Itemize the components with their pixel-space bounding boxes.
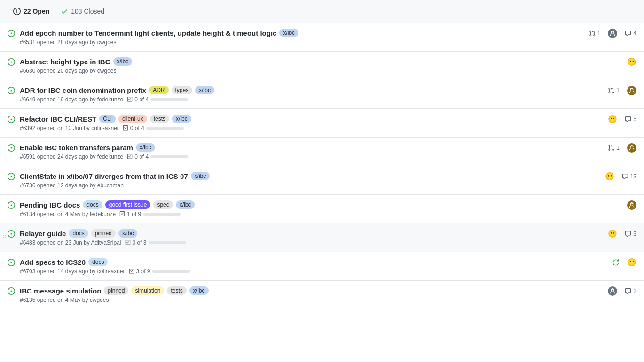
issue-label[interactable]: x/ibc (189, 286, 209, 295)
pr-count: 1 (608, 87, 620, 94)
issue-title[interactable]: Relayer guide (20, 230, 66, 238)
open-count: 22 Open (24, 8, 49, 15)
issue-open-icon (8, 287, 15, 297)
issue-label[interactable]: x/ibc (136, 143, 155, 152)
issue-label[interactable]: x/ibc (172, 115, 191, 123)
issue-open-icon (8, 173, 15, 182)
issue-right: 😶 13 (605, 172, 636, 181)
issue-item: Abstract height type in IBC x/ibc #6630 … (0, 52, 644, 80)
open-issues-tab[interactable]: 22 Open (8, 5, 55, 18)
issue-label[interactable]: CLI (99, 115, 116, 123)
issue-label[interactable]: x/ibc (118, 229, 138, 238)
issue-content: Relayer guide docspinnedx/ibc #6483 open… (20, 229, 600, 246)
pr-number: 1 (597, 30, 601, 37)
issue-label[interactable]: tests (150, 115, 169, 123)
issue-label[interactable]: good first issue (105, 200, 151, 209)
progress-text: 3 of 9 (136, 268, 150, 275)
issue-number-meta: #6591 opened 24 days ago by fedekunze (20, 154, 123, 160)
checklist-icon (129, 269, 134, 274)
checklist-icon (125, 240, 131, 246)
issue-meta: #6591 opened 24 days ago by fedekunze 0 … (20, 154, 600, 160)
issue-number-meta: #6630 opened 20 days ago by cwgoes (20, 68, 117, 74)
reaction-emoji: 😶 (608, 115, 617, 123)
progress-text: 1 of 9 (127, 211, 141, 217)
comment-number: 3 (633, 231, 636, 237)
pr-number: 1 (616, 87, 620, 94)
progress-container: 0 of 4 (127, 96, 188, 103)
issue-label[interactable]: x/ibc (113, 57, 133, 66)
issue-content: Abstract height type in IBC x/ibc #6630 … (20, 57, 620, 74)
progress-bar (149, 241, 186, 244)
progress-container: 0 of 4 (123, 125, 184, 131)
issue-item: Add epoch number to Tendermint light cli… (0, 23, 644, 52)
issue-label[interactable]: pinned (104, 286, 128, 295)
progress-text: 0 of 4 (134, 154, 149, 160)
issue-open-icon (8, 201, 15, 211)
comment-number: 2 (633, 288, 636, 294)
open-icon (13, 8, 21, 15)
issue-right (627, 200, 636, 210)
issue-title-line: Refactor IBC CLI/REST CLIclient-uxtestsx… (20, 115, 600, 123)
closed-issues-tab[interactable]: 103 Closed (55, 5, 110, 18)
issue-content: ClientState in x/ibc/07 diverges from th… (20, 172, 597, 189)
comment-number: 4 (633, 30, 636, 37)
issue-content: Pending IBC docs docsgood first issuespe… (20, 200, 620, 217)
issue-title[interactable]: ClientState in x/ibc/07 diverges from th… (20, 172, 188, 180)
issue-label[interactable]: simulation (131, 286, 164, 295)
issue-list: Add epoch number to Tendermint light cli… (0, 23, 644, 309)
issue-label[interactable]: x/ibc (176, 200, 195, 209)
refresh-icon (612, 259, 620, 266)
issue-title[interactable]: Abstract height type in IBC (20, 58, 110, 66)
comment-number: 13 (630, 173, 636, 180)
issue-title-line: ADR for IBC coin denomination prefix ADR… (20, 86, 600, 94)
issue-title[interactable]: Refactor IBC CLI/REST (20, 115, 96, 123)
issue-title-line: Enable IBC token transfers param x/ibc (20, 143, 600, 152)
avatar (627, 143, 636, 153)
checklist-icon (123, 125, 128, 131)
comment-count: 3 (625, 231, 636, 237)
issue-title[interactable]: ADR for IBC coin denomination prefix (20, 86, 146, 94)
issue-meta: #6630 opened 20 days ago by cwgoes (20, 68, 620, 74)
issue-title[interactable]: Add epoch number to Tendermint light cli… (20, 29, 276, 37)
pr-count: 1 (608, 145, 620, 151)
issue-number-meta: #6134 opened on 4 May by fedekunze (20, 211, 116, 217)
issue-title[interactable]: Pending IBC docs (20, 201, 80, 209)
issue-title[interactable]: Add specs to ICS20 (20, 258, 86, 266)
pr-count: 1 (589, 30, 601, 37)
issue-label[interactable]: docs (69, 229, 88, 238)
progress-bar (150, 98, 188, 101)
avatar (627, 86, 636, 95)
issue-number-meta: #6703 opened 14 days ago by colin-axner (20, 268, 125, 275)
issue-label[interactable]: x/ibc (279, 29, 298, 37)
issue-label[interactable]: pinned (91, 229, 116, 238)
issue-meta: #6134 opened on 4 May by fedekunze 1 of … (20, 211, 620, 217)
issue-open-icon (8, 30, 15, 39)
issue-label[interactable]: types (172, 86, 193, 94)
comment-icon (622, 173, 628, 180)
issue-number-meta: #6649 opened 19 days ago by fedekunze (20, 96, 123, 103)
issue-label[interactable]: docs (88, 258, 108, 266)
issue-number-meta: #6736 opened 12 days ago by ebuchman (20, 182, 124, 189)
issue-label[interactable]: x/ibc (191, 172, 210, 180)
checklist-icon (127, 97, 133, 102)
filter-bar: 22 Open 103 Closed (0, 0, 644, 23)
issue-title[interactable]: Enable IBC token transfers param (20, 144, 133, 152)
issue-open-icon (8, 58, 15, 68)
reaction-emoji: 😶 (627, 57, 636, 66)
issue-right: 😶 (612, 258, 636, 267)
issue-item: ⠿ Relayer guide docspinnedx/ibc #6483 op… (0, 223, 644, 252)
issue-title[interactable]: IBC message simulation (20, 287, 101, 295)
issue-open-icon (8, 116, 15, 125)
issue-label[interactable]: ADR (149, 86, 168, 94)
issue-label[interactable]: spec (153, 200, 173, 209)
issue-content: IBC message simulation pinnedsimulationt… (20, 286, 600, 303)
issue-label[interactable]: client-ux (118, 115, 147, 123)
issue-label[interactable]: docs (83, 200, 102, 209)
issue-label[interactable]: x/ibc (195, 86, 214, 94)
issue-meta: #6736 opened 12 days ago by ebuchman (20, 182, 597, 189)
issue-open-icon (8, 230, 15, 239)
issue-title-line: Add specs to ICS20 docs (20, 258, 605, 266)
pr-count (612, 259, 620, 266)
issue-label[interactable]: tests (167, 286, 186, 295)
avatar (608, 286, 617, 296)
